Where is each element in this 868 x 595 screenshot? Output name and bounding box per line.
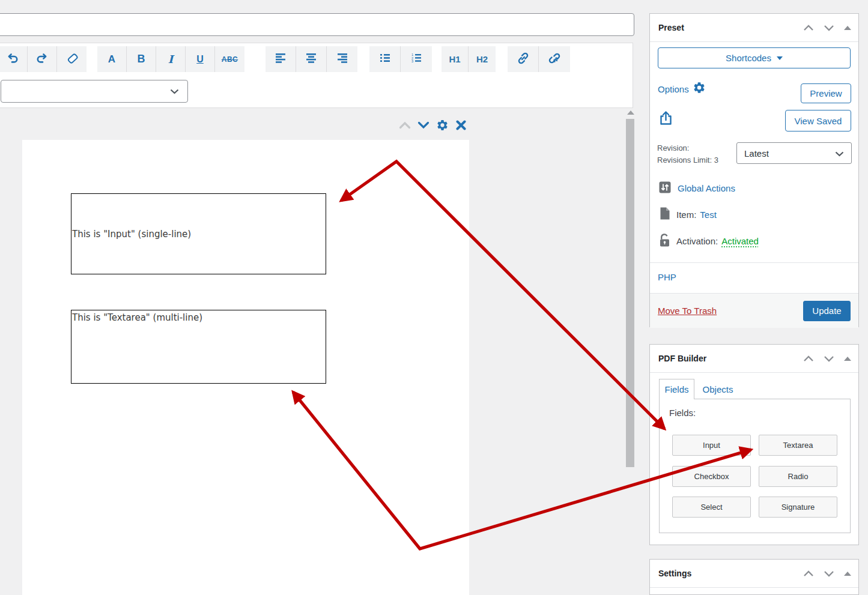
strikethrough-button[interactable]: ABC [215, 46, 244, 72]
preset-panel: Preset Shortcodes Options Preview [649, 13, 859, 327]
panel-title: PDF Builder [658, 354, 803, 363]
textarea-field-label: This is "Textarea" (multi-line) [71, 312, 202, 323]
divider [650, 262, 858, 263]
field-button-select[interactable]: Select [672, 497, 751, 518]
h2-button[interactable]: H2 [469, 46, 496, 72]
view-saved-button[interactable]: View Saved [785, 110, 851, 131]
item-link[interactable]: Test [700, 210, 717, 220]
update-button[interactable]: Update [803, 301, 851, 321]
preset-panel-footer: Move To Trash Update [650, 293, 858, 328]
collapse-panel-icon[interactable] [844, 26, 851, 30]
chevron-down-icon [170, 86, 179, 97]
chevron-down-icon [417, 121, 429, 131]
caret-down-icon [777, 56, 783, 60]
options-link[interactable]: Options [658, 81, 706, 97]
move-panel-up-icon[interactable] [803, 25, 814, 31]
field-button-signature[interactable]: Signature [759, 497, 837, 518]
bold-button[interactable]: B [127, 46, 156, 72]
canvas-textarea-field[interactable]: This is "Textarea" (multi-line) [71, 310, 326, 384]
upload-icon [659, 117, 673, 127]
pdf-builder-panel-header: PDF Builder [650, 345, 858, 373]
fields-label: Fields: [669, 408, 696, 418]
underline-button[interactable]: U [186, 46, 215, 72]
activation-link[interactable]: Activated [721, 236, 759, 246]
redo-button[interactable] [28, 46, 57, 72]
font-color-button[interactable]: A [97, 46, 127, 72]
toolbar-group-align [266, 46, 357, 72]
align-left-button[interactable] [266, 46, 296, 72]
numbered-list-button[interactable]: 123 [401, 46, 432, 72]
pdf-page-canvas: This is "Input" (single-line) This is "T… [22, 140, 469, 595]
panel-title: Preset [658, 23, 803, 32]
chevron-up-icon [399, 121, 411, 131]
align-center-icon [305, 53, 317, 65]
move-to-trash-link[interactable]: Move To Trash [658, 306, 717, 316]
revisions-limit-label: Revisions Limit: 3 [657, 154, 718, 166]
move-down-button[interactable] [417, 118, 430, 134]
item-label: Item: [676, 210, 696, 220]
revision-select-value: Latest [744, 148, 835, 159]
toolbar-group-lists: 123 [369, 46, 432, 72]
chevron-down-icon [835, 148, 844, 159]
file-icon [659, 207, 670, 222]
collapse-panel-icon[interactable] [844, 572, 851, 576]
editor-toolbar: A B I U ABC [0, 46, 633, 73]
global-actions-row: Global Actions [659, 181, 735, 195]
bullet-list-icon [379, 53, 391, 65]
remove-link-button[interactable] [539, 46, 570, 72]
canvas-input-field[interactable]: This is "Input" (single-line) [71, 193, 326, 274]
export-button[interactable] [659, 110, 673, 128]
php-row: PHP [658, 272, 676, 283]
gear-icon [693, 81, 706, 97]
php-link[interactable]: PHP [658, 272, 676, 282]
field-button-radio[interactable]: Radio [759, 466, 837, 487]
canvas-settings-button[interactable] [436, 118, 449, 134]
scroll-up-arrow[interactable] [627, 110, 634, 115]
activation-label: Activation: [676, 236, 718, 246]
h1-button[interactable]: H1 [442, 46, 469, 72]
settings-panel: Settings [649, 559, 859, 595]
preview-button[interactable]: Preview [801, 83, 851, 103]
revision-select[interactable]: Latest [736, 142, 852, 164]
collapse-panel-icon[interactable] [844, 357, 851, 361]
bullet-list-button[interactable] [369, 46, 401, 72]
tab-fields[interactable]: Fields [659, 379, 694, 399]
canvas-element-controls [398, 118, 467, 134]
move-up-button[interactable] [398, 118, 411, 134]
move-panel-up-icon[interactable] [803, 355, 814, 362]
options-label: Options [658, 84, 689, 94]
global-actions-link[interactable]: Global Actions [678, 183, 735, 193]
input-field-label: This is "Input" (single-line) [71, 229, 191, 240]
move-panel-up-icon[interactable] [803, 570, 814, 577]
tab-objects[interactable]: Objects [699, 379, 736, 399]
field-button-textarea[interactable]: Textarea [759, 435, 837, 456]
shortcodes-label: Shortcodes [726, 53, 771, 63]
gear-icon [436, 119, 449, 134]
move-panel-down-icon[interactable] [824, 25, 834, 31]
clear-formatting-button[interactable] [57, 46, 86, 72]
italic-button[interactable]: I [156, 46, 186, 72]
undo-button[interactable] [0, 46, 28, 72]
toolbar-group-headings: H1 H2 [442, 46, 496, 72]
item-row: Item: Test [659, 207, 717, 222]
align-left-icon [275, 53, 287, 65]
move-panel-down-icon[interactable] [824, 570, 834, 577]
vertical-scrollbar[interactable] [626, 119, 634, 467]
align-right-button[interactable] [327, 46, 357, 72]
align-center-button[interactable] [296, 46, 327, 72]
insert-link-button[interactable] [508, 46, 539, 72]
close-button[interactable] [454, 118, 467, 134]
field-button-checkbox[interactable]: Checkbox [672, 466, 751, 487]
close-icon [455, 119, 467, 133]
field-button-input[interactable]: Input [672, 435, 751, 456]
settings-panel-header: Settings [650, 560, 858, 588]
move-panel-down-icon[interactable] [824, 355, 834, 362]
revision-label: Revision: [657, 142, 718, 154]
shortcodes-button[interactable]: Shortcodes [658, 47, 851, 68]
activation-row: Activation: Activated [659, 234, 759, 249]
svg-text:3: 3 [411, 59, 413, 63]
title-input[interactable] [0, 13, 634, 36]
rich-text-editor: A B I U ABC [0, 43, 633, 108]
format-select[interactable] [1, 80, 188, 103]
undo-icon [6, 52, 19, 67]
